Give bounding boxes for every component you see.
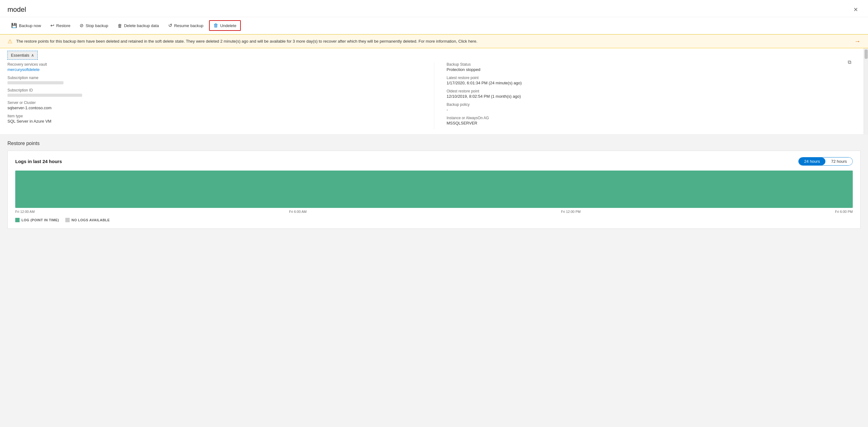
backup-policy-label: Backup policy (447, 102, 861, 107)
essentials-chevron: ∧ (31, 53, 34, 58)
sub-name-placeholder (7, 81, 63, 84)
essentials-right: ⧉ Backup Status Protection stopped Lates… (434, 62, 861, 129)
legend-green-color (15, 218, 20, 222)
backup-status-value: Protection stopped (447, 67, 861, 72)
chart-green-bar (15, 171, 853, 208)
delete-icon: 🗑 (118, 23, 122, 28)
field-item-type: Item type SQL Server in Azure VM (7, 114, 422, 124)
toolbar: 💾 Backup now ↩ Restore ⊘ Stop backup 🗑 D… (0, 17, 868, 34)
legend-log-point: LOG (POINT IN TIME) (15, 218, 59, 222)
vault-label: Recovery services vault (7, 62, 422, 67)
resume-label: Resume backup (174, 23, 204, 28)
backup-now-label: Backup now (19, 23, 41, 28)
modal-title: model (7, 6, 26, 14)
scrollbar-thumb (865, 50, 868, 59)
chart-area: Fri 12:00 AM Fri 6:00 AM Fri 12:00 PM Fr… (15, 171, 853, 222)
restore-points-section: Restore points Logs in last 24 hours 24 … (0, 134, 868, 427)
modal-container: model ✕ 💾 Backup now ↩ Restore ⊘ Stop ba… (0, 0, 868, 427)
latest-restore-label: Latest restore point (447, 75, 861, 80)
legend-log-label: LOG (POINT IN TIME) (22, 218, 59, 222)
copy-button[interactable]: ⧉ (848, 59, 851, 65)
restore-card: Logs in last 24 hours 24 hours 72 hours … (7, 151, 861, 229)
backup-status-label: Backup Status (447, 62, 861, 67)
resume-backup-button[interactable]: ↺ Resume backup (164, 21, 207, 30)
instance-ag-label: Instance or AlwaysOn AG (447, 116, 861, 120)
scrollbar[interactable] (864, 48, 868, 134)
latest-restore-value: 1/17/2020, 6:01:34 PM (24 minute(s) ago) (447, 81, 861, 85)
essentials-section: Essentials ∧ Recovery services vault mer… (0, 48, 868, 134)
server-value: sqlserver-1.contoso.com (7, 105, 422, 110)
field-server-cluster: Server or Cluster sqlserver-1.contoso.co… (7, 100, 422, 110)
field-backup-status: Backup Status Protection stopped (447, 62, 861, 72)
field-latest-restore: Latest restore point 1/17/2020, 6:01:34 … (447, 75, 861, 85)
card-title: Logs in last 24 hours (15, 159, 62, 164)
restore-icon: ↩ (51, 23, 55, 28)
item-type-label: Item type (7, 114, 422, 118)
undelete-icon: 🗑 (213, 23, 218, 28)
legend-no-logs: NO LOGS AVAILABLE (65, 218, 110, 222)
restore-button[interactable]: ↩ Restore (46, 21, 74, 30)
alert-text: The restore points for this backup item … (16, 39, 850, 43)
stop-backup-label: Stop backup (86, 23, 108, 28)
alert-icon: ⚠ (7, 38, 12, 45)
sub-id-label: Subscription ID (7, 88, 422, 92)
legend-no-logs-label: NO LOGS AVAILABLE (71, 218, 110, 222)
backup-now-button[interactable]: 💾 Backup now (7, 21, 45, 30)
backup-icon: 💾 (11, 23, 17, 28)
restore-points-title: Restore points (7, 141, 861, 146)
field-vault: Recovery services vault mercurysoftdelet… (7, 62, 422, 72)
alert-arrow: → (854, 38, 861, 45)
essentials-left: Recovery services vault mercurysoftdelet… (7, 62, 434, 129)
field-oldest-restore: Oldest restore point 12/10/2019, 8:02:54… (447, 89, 861, 99)
alert-banner: ⚠ The restore points for this backup ite… (0, 34, 868, 48)
restore-card-header: Logs in last 24 hours 24 hours 72 hours (15, 157, 853, 165)
essentials-toggle[interactable]: Essentials ∧ (7, 51, 38, 60)
undelete-button[interactable]: 🗑 Undelete (209, 20, 241, 31)
delete-label: Delete backup data (124, 23, 159, 28)
essentials-content: Recovery services vault mercurysoftdelet… (7, 62, 861, 134)
item-type-value: SQL Server in Azure VM (7, 119, 422, 124)
legend-gray-color (65, 218, 70, 222)
stop-backup-icon: ⊘ (80, 23, 84, 28)
chart-container (15, 171, 853, 208)
sub-name-label: Subscription name (7, 75, 422, 80)
vault-value[interactable]: mercurysoftdelete (7, 67, 39, 72)
x-label-4: Fri 6:00 PM (835, 210, 853, 214)
undelete-label: Undelete (220, 23, 237, 28)
field-subscription-id: Subscription ID (7, 88, 422, 97)
field-subscription-name: Subscription name (7, 75, 422, 84)
x-label-3: Fri 12:00 PM (561, 210, 581, 214)
72h-button[interactable]: 72 hours (826, 157, 852, 165)
close-button[interactable]: ✕ (851, 5, 861, 14)
sub-id-placeholder (7, 94, 82, 97)
essentials-label: Essentials (11, 53, 29, 58)
restore-label: Restore (56, 23, 71, 28)
backup-policy-value: - (447, 108, 861, 112)
24h-button[interactable]: 24 hours (799, 157, 826, 165)
instance-ag-value: MSSQLSERVER (447, 121, 861, 125)
delete-backup-button[interactable]: 🗑 Delete backup data (114, 21, 163, 30)
resume-icon: ↺ (168, 23, 173, 28)
modal-header: model ✕ (0, 0, 868, 17)
oldest-restore-value: 12/10/2019, 8:02:54 PM (1 month(s) ago) (447, 94, 861, 99)
chart-x-axis: Fri 12:00 AM Fri 6:00 AM Fri 12:00 PM Fr… (15, 208, 853, 215)
field-instance-ag: Instance or AlwaysOn AG MSSQLSERVER (447, 116, 861, 125)
chart-legend: LOG (POINT IN TIME) NO LOGS AVAILABLE (15, 218, 853, 222)
x-label-1: Fri 12:00 AM (15, 210, 34, 214)
x-label-2: Fri 6:00 AM (289, 210, 306, 214)
time-toggle: 24 hours 72 hours (798, 157, 853, 165)
server-label: Server or Cluster (7, 100, 422, 105)
oldest-restore-label: Oldest restore point (447, 89, 861, 93)
stop-backup-button[interactable]: ⊘ Stop backup (76, 21, 112, 30)
field-backup-policy: Backup policy - (447, 102, 861, 112)
